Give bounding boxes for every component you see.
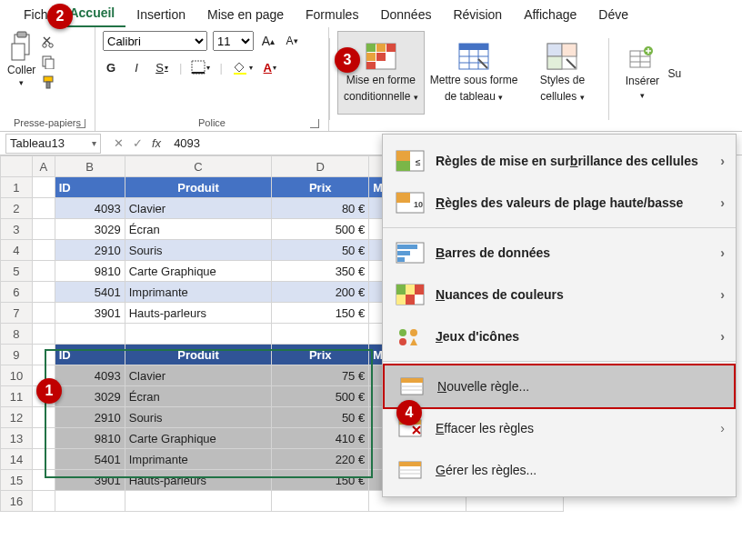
cell[interactable]: 2910: [55, 240, 125, 261]
cut-icon[interactable]: [41, 35, 55, 49]
format-as-table-button[interactable]: Mettre sous forme de tableau ▾: [425, 31, 524, 115]
cell[interactable]: 410 €: [272, 428, 369, 449]
cell[interactable]: 3029: [55, 386, 125, 407]
cell[interactable]: Écran: [125, 219, 272, 240]
cell[interactable]: Écran: [125, 386, 272, 407]
col-header[interactable]: C: [125, 156, 272, 177]
fx-icon[interactable]: fx: [152, 136, 161, 150]
col-header[interactable]: B: [55, 156, 125, 177]
dialog-launcher-icon[interactable]: [76, 119, 85, 128]
cell[interactable]: 4093: [55, 365, 125, 386]
tab-page-layout[interactable]: Mise en page: [196, 2, 295, 27]
menu-data-bars[interactable]: Barres de données ›: [383, 232, 736, 274]
row-header[interactable]: 16: [1, 491, 33, 512]
borders-button[interactable]: ▾: [191, 58, 210, 76]
menu-color-scales[interactable]: Nuances de couleurs ›: [383, 274, 736, 315]
row-header[interactable]: 13: [1, 428, 33, 449]
cell[interactable]: 200 €: [272, 282, 369, 303]
cell[interactable]: 3029: [55, 219, 125, 240]
cell[interactable]: [32, 345, 55, 365]
table-header[interactable]: Produit: [125, 345, 272, 365]
tab-view[interactable]: Affichage: [513, 2, 587, 27]
chevron-down-icon[interactable]: ▾: [92, 138, 96, 148]
table-header[interactable]: Prix: [272, 177, 369, 198]
tab-data[interactable]: Données: [369, 2, 442, 27]
bold-button[interactable]: G: [103, 58, 119, 76]
col-header[interactable]: A: [32, 156, 55, 177]
cell[interactable]: 50 €: [272, 407, 369, 428]
menu-top-bottom-rules[interactable]: 10 Règles des valeurs de plage haute/bas…: [383, 182, 736, 224]
row-header[interactable]: 2: [1, 198, 33, 219]
cell[interactable]: 75 €: [272, 365, 369, 386]
underline-button[interactable]: S▾: [154, 58, 170, 76]
cell[interactable]: 9810: [55, 261, 125, 282]
insert-cells-button[interactable]: Insérer ▾: [617, 31, 667, 115]
dialog-launcher-icon[interactable]: [310, 119, 319, 128]
cell[interactable]: [32, 177, 55, 198]
tab-review[interactable]: Révision: [442, 2, 513, 27]
cell[interactable]: 4093: [55, 198, 125, 219]
row-header[interactable]: 9: [1, 345, 33, 365]
row-header[interactable]: 4: [1, 240, 33, 261]
tab-developer[interactable]: Déve: [587, 2, 639, 27]
decrease-font-icon[interactable]: A▾: [283, 32, 301, 50]
paste-label[interactable]: Coller: [7, 64, 35, 76]
row-header[interactable]: 3: [1, 219, 33, 240]
menu-icon-sets[interactable]: Jeux d'icônes ›: [383, 315, 736, 357]
table-header[interactable]: ID: [55, 177, 125, 198]
cell[interactable]: Clavier: [125, 365, 272, 386]
cell[interactable]: 3901: [55, 303, 125, 324]
menu-new-rule[interactable]: Nouvelle règle...: [383, 364, 736, 409]
cell[interactable]: Souris: [125, 240, 272, 261]
row-header[interactable]: 7: [1, 303, 33, 324]
enter-formula-icon[interactable]: ✓: [133, 136, 143, 150]
cell[interactable]: 150 €: [272, 303, 369, 324]
chevron-down-icon[interactable]: ▾: [19, 78, 24, 87]
row-header[interactable]: 12: [1, 407, 33, 428]
table-header[interactable]: Prix: [272, 345, 369, 365]
row-header[interactable]: 10: [1, 365, 33, 386]
fill-color-button[interactable]: ▾: [232, 58, 253, 76]
menu-manage-rules[interactable]: Gérer les règles...: [383, 449, 736, 491]
menu-highlight-cells-rules[interactable]: ≤ Règles de mise en surbrillance des cel…: [383, 140, 736, 182]
cell[interactable]: Hauts-parleurs: [125, 303, 272, 324]
cancel-formula-icon[interactable]: ✕: [114, 136, 124, 150]
font-color-button[interactable]: A▾: [262, 58, 278, 76]
row-header[interactable]: 6: [1, 282, 33, 303]
increase-font-icon[interactable]: A▴: [259, 32, 277, 50]
cell[interactable]: 5401: [55, 282, 125, 303]
table-header[interactable]: Produit: [125, 177, 272, 198]
cell[interactable]: 2910: [55, 407, 125, 428]
menu-clear-rules[interactable]: Effacer les règles ›: [383, 407, 736, 449]
tab-insert[interactable]: Insertion: [125, 2, 196, 27]
cell[interactable]: 3901: [55, 470, 125, 491]
italic-button[interactable]: I: [128, 58, 145, 76]
cell[interactable]: 500 €: [272, 219, 369, 240]
cell-styles-button[interactable]: Styles de cellules ▾: [523, 31, 601, 115]
cell[interactable]: Clavier: [125, 198, 272, 219]
cell[interactable]: Carte Graphique: [125, 261, 272, 282]
row-header[interactable]: 8: [1, 324, 33, 345]
cell[interactable]: 50 €: [272, 240, 369, 261]
row-header[interactable]: 14: [1, 449, 33, 470]
delete-cells-button-partial[interactable]: Su: [667, 31, 681, 80]
cell[interactable]: 350 €: [272, 261, 369, 282]
row-header[interactable]: 5: [1, 261, 33, 282]
cell[interactable]: 500 €: [272, 386, 369, 407]
name-box[interactable]: Tableau13 ▾: [5, 134, 101, 154]
conditional-formatting-button[interactable]: Mise en forme conditionnelle ▾: [337, 31, 425, 115]
font-name-select[interactable]: Calibri: [103, 31, 207, 51]
font-size-select[interactable]: 11: [213, 31, 254, 51]
cell[interactable]: Carte Graphique: [125, 428, 272, 449]
cell[interactable]: 80 €: [272, 198, 369, 219]
table-header[interactable]: ID: [55, 345, 125, 365]
cell[interactable]: 5401: [55, 449, 125, 470]
cell[interactable]: 220 €: [272, 449, 369, 470]
cell[interactable]: Imprimante: [125, 449, 272, 470]
cell[interactable]: 150 €: [272, 470, 369, 491]
cell[interactable]: Imprimante: [125, 282, 272, 303]
copy-icon[interactable]: [41, 55, 55, 69]
row-header[interactable]: 1: [1, 177, 33, 198]
tab-formulas[interactable]: Formules: [295, 2, 369, 27]
col-header[interactable]: D: [272, 156, 369, 177]
